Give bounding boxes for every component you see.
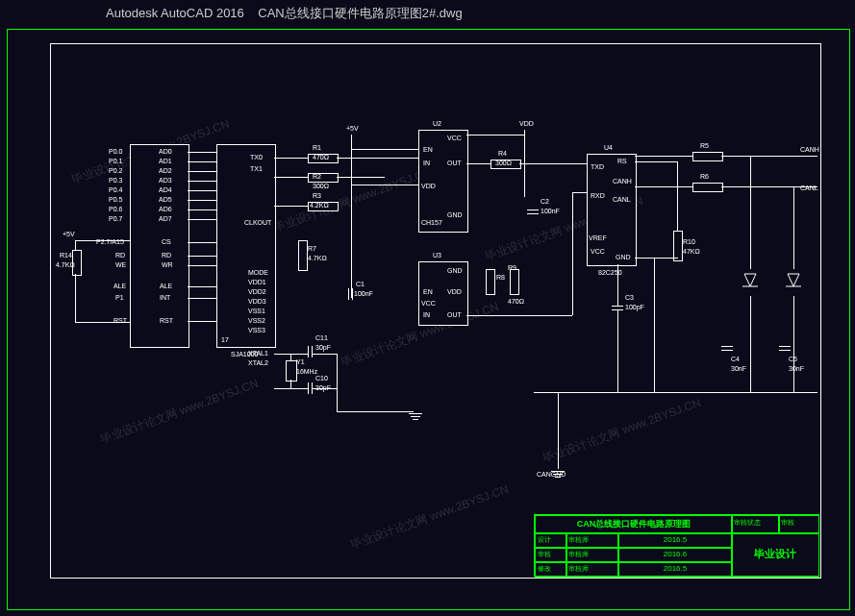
- wire: [188, 161, 216, 162]
- wire: [188, 242, 216, 243]
- pin-label: OUT: [447, 160, 462, 166]
- wire: [274, 158, 308, 159]
- sja1000-chip: [216, 144, 276, 348]
- pin-label: VDD2: [248, 288, 266, 295]
- pin-label: ALE: [160, 283, 172, 289]
- wire: [524, 130, 525, 197]
- wire: [337, 354, 338, 411]
- pin-label: AD1: [159, 158, 172, 164]
- filename: CAN总线接口硬件电路原理图2#.dwg: [258, 6, 462, 20]
- tb-cell: 审核: [778, 515, 819, 534]
- wire: [274, 354, 290, 355]
- pin-label: P0.2: [109, 167, 122, 174]
- pin-label: AD3: [159, 177, 172, 184]
- wire: [312, 354, 337, 355]
- wire: [75, 322, 130, 323]
- wire: [188, 209, 216, 210]
- wire: [635, 156, 692, 157]
- wire: [337, 158, 418, 159]
- pin-label: CLKOUT: [244, 219, 271, 226]
- pin-label: CANH: [613, 178, 632, 185]
- r7-val: 4.7KΩ: [308, 255, 327, 261]
- r3-ref: R3: [313, 192, 321, 199]
- pin-label: AD4: [159, 186, 172, 193]
- wire: [188, 265, 216, 266]
- r10-val: 47KΩ: [683, 248, 700, 255]
- wire: [466, 135, 524, 136]
- wire: [351, 185, 418, 185]
- pin-label: P1: [115, 294, 124, 301]
- r1-val: 470Ω: [313, 154, 329, 160]
- wire: [290, 354, 308, 355]
- tb-right: 毕业设计: [731, 532, 819, 578]
- diode-d2: [784, 269, 803, 298]
- xtal-ref: Y1: [296, 358, 305, 365]
- v5-label: +5V: [63, 231, 75, 237]
- diode-d1: [741, 269, 760, 298]
- wire: [572, 192, 587, 193]
- r3-val: 4.2KΩ: [310, 202, 329, 209]
- pin-label: AD6: [159, 206, 172, 212]
- app-title: Autodesk AutoCAD 2016: [106, 6, 244, 20]
- c1-val: 100nF: [354, 290, 373, 297]
- wire: [188, 286, 216, 287]
- wire: [312, 388, 337, 389]
- pin-label: VCC: [447, 135, 462, 141]
- r9-ref: R9: [508, 264, 516, 271]
- v5-label-2: +5V: [346, 125, 359, 132]
- r2-val: 300Ω: [313, 183, 329, 189]
- r1-ref: R1: [313, 144, 321, 151]
- wire: [635, 186, 692, 187]
- wire: [75, 240, 76, 250]
- pin-label: RS: [617, 158, 627, 164]
- wire: [466, 163, 490, 164]
- c3-ref: C3: [625, 294, 634, 301]
- wire: [337, 411, 414, 412]
- wire: [721, 156, 817, 157]
- wire: [635, 258, 678, 259]
- pin-label: VSS2: [248, 317, 265, 324]
- wire: [188, 171, 216, 172]
- wire: [290, 380, 291, 389]
- pin-label: TXD: [591, 163, 604, 170]
- pin-label: WE: [115, 261, 126, 268]
- pin-label: P0.6: [109, 206, 122, 212]
- wire: [351, 135, 352, 298]
- pin-label: VDD: [447, 288, 462, 295]
- pin-label: GND: [616, 254, 631, 260]
- wire: [274, 206, 308, 207]
- pin-label: ALE: [113, 283, 126, 289]
- wire: [337, 177, 385, 178]
- wire: [188, 200, 216, 201]
- pin-label: IN: [423, 311, 430, 318]
- r5-ref: R5: [700, 142, 709, 149]
- pin-label: RD: [162, 252, 171, 259]
- r4-val: 300Ω: [495, 160, 512, 166]
- pin-label: CH157: [421, 219, 442, 226]
- wire: [188, 219, 216, 220]
- pin-label: XTAL2: [248, 359, 268, 366]
- pin-label: AD5: [159, 196, 172, 203]
- pin-label: XTAL1: [248, 350, 268, 357]
- wire: [793, 186, 794, 269]
- u4-ref: U4: [604, 144, 613, 151]
- pin-label: CANL: [613, 196, 631, 203]
- wire: [750, 156, 751, 269]
- pin-label: P0.4: [109, 186, 122, 193]
- pin-label: 17: [221, 336, 229, 343]
- pin-label: VDD: [421, 183, 436, 189]
- title-block: CAN总线接口硬件电路原理图 审核状态 审核 设计 审核师 2016.5 审核 …: [534, 514, 819, 577]
- tb-cell: 审核师: [566, 561, 619, 578]
- pin-label: RST: [160, 317, 173, 324]
- resistor-r7: [298, 240, 308, 271]
- pin-label: VSS1: [248, 308, 265, 314]
- r2-ref: R2: [313, 173, 321, 180]
- wire: [274, 177, 308, 178]
- pin-label: RXD: [591, 192, 605, 199]
- wire: [466, 315, 572, 316]
- u2-ref: U2: [433, 120, 441, 127]
- wire: [188, 298, 216, 299]
- pin-label: TX1: [250, 165, 263, 172]
- pin-label: P0.1: [109, 158, 122, 164]
- wire: [617, 309, 618, 392]
